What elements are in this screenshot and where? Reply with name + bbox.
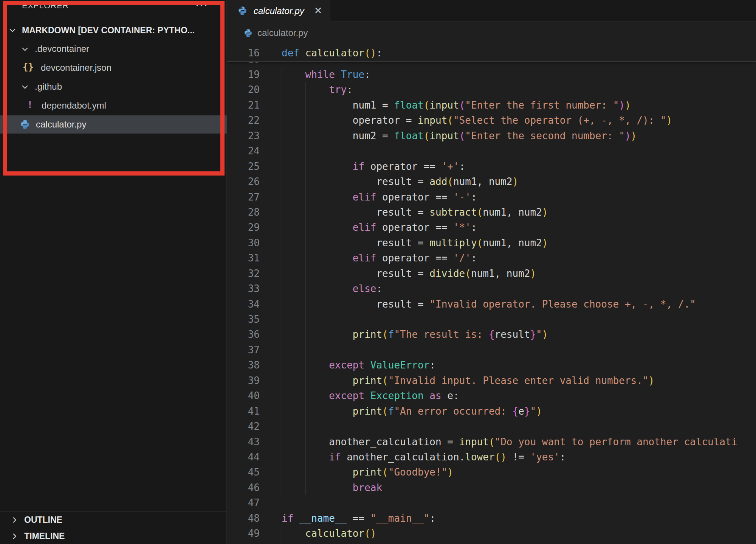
code-line[interactable]: 25if operator == '+': bbox=[227, 159, 756, 174]
line-number[interactable]: 26 bbox=[227, 174, 282, 189]
python-icon bbox=[20, 119, 30, 130]
indent-guide bbox=[329, 220, 353, 235]
indent-guide bbox=[305, 434, 329, 449]
line-number[interactable]: 21 bbox=[227, 98, 282, 113]
code-line[interactable]: 43another_calculation = input("Do you wa… bbox=[227, 434, 756, 449]
code-line[interactable]: 47 bbox=[227, 495, 756, 510]
code-line[interactable]: 46break bbox=[227, 480, 756, 495]
code-line[interactable]: 24 bbox=[227, 143, 756, 159]
code-line[interactable]: 19while True: bbox=[227, 67, 756, 82]
indent-guide bbox=[305, 465, 329, 480]
file-label: .devcontainer bbox=[35, 44, 89, 54]
line-number[interactable]: 25 bbox=[227, 159, 282, 174]
partial-line: 18 bbox=[227, 62, 756, 67]
line-number[interactable]: 19 bbox=[227, 67, 282, 82]
code-line[interactable]: 23num2 = float(input("Enter the second n… bbox=[227, 128, 756, 143]
line-number[interactable]: 28 bbox=[227, 205, 282, 220]
sidebar-item-devcontainer-folder[interactable]: .devcontainer bbox=[0, 40, 227, 59]
indent-guide bbox=[329, 266, 353, 281]
code-line[interactable]: 27elif operator == '-': bbox=[227, 190, 756, 205]
line-number[interactable]: 36 bbox=[227, 327, 282, 342]
code-line[interactable]: 36print(f"The result is: {result}") bbox=[227, 327, 756, 342]
indent-guide bbox=[282, 113, 305, 128]
code-line[interactable]: 28result = subtract(num1, num2) bbox=[227, 205, 756, 220]
sidebar-item-devcontainer-json[interactable]: {} devcontainer.json bbox=[0, 59, 227, 78]
code-line[interactable]: 49calculator() bbox=[227, 526, 756, 541]
close-icon[interactable]: ✕ bbox=[314, 5, 322, 17]
code-line[interactable]: 33else: bbox=[227, 281, 756, 296]
code-line[interactable]: 29elif operator == '*': bbox=[227, 220, 756, 235]
code-line[interactable]: 22operator = input("Select the operator … bbox=[227, 113, 756, 128]
line-number[interactable]: 30 bbox=[227, 235, 282, 250]
line-number[interactable]: 33 bbox=[227, 281, 282, 296]
indent-guide bbox=[282, 465, 305, 480]
code-line[interactable]: 20try: bbox=[227, 82, 756, 97]
line-number[interactable]: 38 bbox=[227, 357, 282, 373]
code-line[interactable]: 30result = multiply(num1, num2) bbox=[227, 235, 756, 250]
code-line[interactable]: 37 bbox=[227, 342, 756, 357]
more-actions-icon[interactable]: ⋯ bbox=[195, 0, 209, 12]
indent-guide bbox=[282, 449, 305, 465]
line-number[interactable]: 50 bbox=[227, 541, 282, 544]
code-line[interactable]: 50 bbox=[227, 541, 756, 544]
line-number[interactable]: 23 bbox=[227, 128, 282, 143]
code-line[interactable]: 45print("Goodbye!") bbox=[227, 465, 756, 480]
breadcrumb[interactable]: calculator.py bbox=[227, 22, 308, 44]
line-number[interactable]: 43 bbox=[227, 434, 282, 449]
line-number[interactable]: 16 bbox=[227, 44, 282, 62]
indent-guide bbox=[282, 388, 305, 403]
indent-guide bbox=[305, 113, 329, 128]
chevron-right-icon bbox=[11, 516, 19, 524]
code-line[interactable]: 34result = "Invalid operator. Please cho… bbox=[227, 297, 756, 312]
line-number[interactable]: 20 bbox=[227, 82, 282, 97]
line-number[interactable]: 35 bbox=[227, 312, 282, 327]
tab-calculator-py[interactable]: calculator.py ✕ bbox=[227, 0, 330, 22]
indent-guide bbox=[329, 404, 353, 419]
indent-guide bbox=[353, 205, 376, 220]
indent-guide bbox=[282, 128, 305, 143]
sidebar-item-github-folder[interactable]: .github bbox=[0, 78, 227, 96]
indent-guide bbox=[305, 250, 329, 266]
line-number[interactable]: 42 bbox=[227, 419, 282, 434]
code-line[interactable]: 21num1 = float(input("Enter the first nu… bbox=[227, 98, 756, 113]
sticky-scroll-line[interactable]: 16def calculator(): bbox=[227, 44, 756, 62]
indent-guide bbox=[353, 235, 376, 250]
line-number[interactable]: 37 bbox=[227, 342, 282, 357]
indent-guide bbox=[282, 541, 305, 544]
indent-guide bbox=[282, 434, 305, 449]
line-number[interactable]: 29 bbox=[227, 220, 282, 235]
line-number[interactable]: 40 bbox=[227, 388, 282, 403]
line-number[interactable]: 44 bbox=[227, 449, 282, 465]
code-line[interactable]: 35 bbox=[227, 312, 756, 327]
sidebar-item-dependabot-yml[interactable]: ! dependabot.yml bbox=[0, 96, 227, 115]
code-line[interactable]: 42 bbox=[227, 419, 756, 434]
line-number[interactable]: 48 bbox=[227, 511, 282, 526]
code-line[interactable]: 44if another_calculation.lower() != 'yes… bbox=[227, 449, 756, 465]
line-number[interactable]: 45 bbox=[227, 465, 282, 480]
outline-section-header[interactable]: OUTLINE bbox=[0, 511, 227, 528]
code-line[interactable]: 48if __name__ == "__main__": bbox=[227, 511, 756, 526]
line-number[interactable]: 24 bbox=[227, 143, 282, 159]
code-line[interactable]: 38except ValueError: bbox=[227, 357, 756, 373]
line-number[interactable]: 34 bbox=[227, 297, 282, 312]
code-line[interactable]: 41print(f"An error occurred: {e}") bbox=[227, 404, 756, 419]
line-number[interactable]: 22 bbox=[227, 113, 282, 128]
indent-guide bbox=[282, 480, 305, 495]
line-number[interactable]: 41 bbox=[227, 404, 282, 419]
code-line[interactable]: 40except Exception as e: bbox=[227, 388, 756, 403]
line-number[interactable]: 27 bbox=[227, 190, 282, 205]
sidebar-item-calculator-py[interactable]: calculator.py bbox=[0, 115, 227, 134]
code-line[interactable]: 26result = add(num1, num2) bbox=[227, 174, 756, 189]
line-number[interactable]: 39 bbox=[227, 373, 282, 388]
line-number[interactable]: 46 bbox=[227, 480, 282, 495]
timeline-section-header[interactable]: TIMELINE bbox=[0, 528, 227, 544]
line-number[interactable]: 32 bbox=[227, 266, 282, 281]
line-number[interactable]: 49 bbox=[227, 526, 282, 541]
line-number[interactable]: 31 bbox=[227, 250, 282, 266]
code-line[interactable]: 31elif operator == '/': bbox=[227, 250, 756, 266]
line-number[interactable]: 47 bbox=[227, 495, 282, 510]
workspace-header[interactable]: MARKDOWN [DEV CONTAINER: PYTHO... bbox=[0, 21, 227, 40]
indent-guide bbox=[282, 98, 305, 113]
code-line[interactable]: 32result = divide(num1, num2) bbox=[227, 266, 756, 281]
code-line[interactable]: 39print("Invalid input. Please enter val… bbox=[227, 373, 756, 388]
